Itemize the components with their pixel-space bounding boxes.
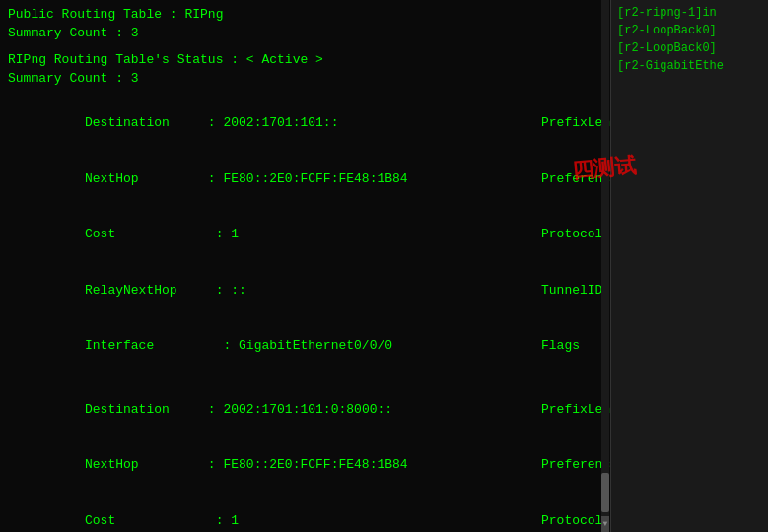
route1-preference: Preference : 100 (464, 152, 602, 208)
route1-destination: Destination : 2002:1701:101:: (8, 96, 464, 152)
route2-nexthop: NextHop : FE80::2E0:FCFF:FE48:1B84 (8, 438, 464, 495)
route2-destination: Destination : 2002:1701:101:0:8000:: (8, 382, 464, 438)
active-status-header: RIPng Routing Table's Status : < Active … (8, 51, 602, 70)
route-block-1: Destination : 2002:1701:101:: NextHop : … (8, 96, 602, 374)
sidebar-panel: [r2-ripng-1]in [r2-LoopBack0] [r2-LoopBa… (610, 0, 768, 532)
route-block-2: Destination : 2002:1701:101:0:8000:: Nex… (8, 382, 602, 532)
route2-prefixlength: PrefixLength : 65 (464, 382, 602, 438)
route2-preference: Preference : 100 (464, 438, 602, 495)
route2-cost: Cost : 1 (8, 494, 464, 532)
public-routing-header: Public Routing Table : RIPng (8, 6, 602, 25)
active-summary: Summary Count : 3 (8, 70, 602, 89)
route1-interface: Interface : GigabitEthernet0/0/0 (8, 319, 464, 375)
scrollbar-down-arrow[interactable]: ▼ (601, 516, 609, 532)
scrollbar[interactable]: ▼ (601, 0, 609, 532)
route1-flags: Flags : D (464, 319, 602, 375)
route1-prefixlength: PrefixLength : 65 (464, 96, 602, 152)
terminal-panel: Public Routing Table : RIPng Summary Cou… (0, 0, 610, 532)
sidebar-item-4: [r2-GigabitEthe (617, 57, 762, 75)
route1-protocol: Protocol : RIPng (464, 207, 602, 263)
route1-cost: Cost : 1 (8, 207, 464, 263)
route1-relaynexthop: RelayNextHop : :: (8, 263, 464, 319)
route1-nexthop: NextHop : FE80::2E0:FCFF:FE48:1B84 (8, 152, 464, 208)
sidebar-item-3: [r2-LoopBack0] (617, 39, 762, 57)
sidebar-item-1: [r2-ripng-1]in (617, 4, 762, 22)
scrollbar-thumb[interactable] (601, 473, 609, 512)
route1-tunnelid: TunnelID : 0x0 (464, 263, 602, 319)
summary-count-1: Summary Count : 3 (8, 25, 602, 43)
sidebar-item-2: [r2-LoopBack0] (617, 22, 762, 39)
route2-protocol: Protocol : RIPng (464, 494, 602, 532)
